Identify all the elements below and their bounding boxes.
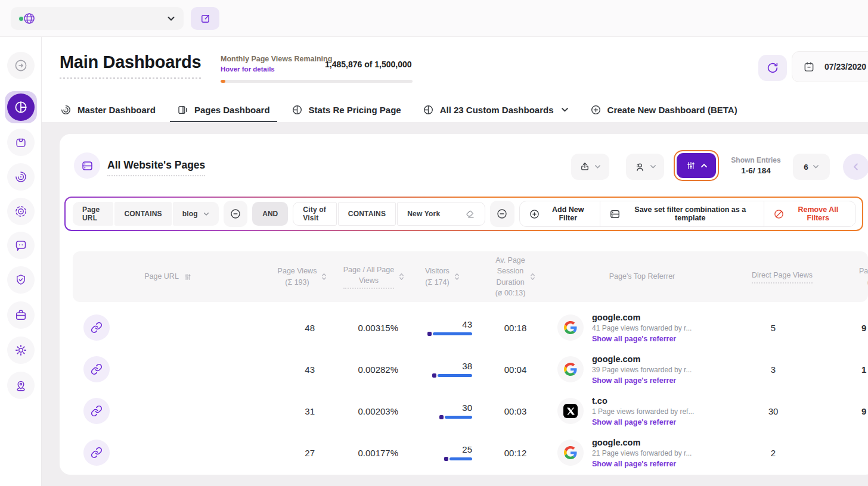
sort-icon[interactable]	[399, 272, 404, 281]
column-cutoff[interactable]: Page'(	[833, 266, 868, 287]
sidebar-item-privacy[interactable]	[7, 266, 35, 294]
show-all-referrers-link[interactable]: Show all page's referrer	[592, 335, 692, 343]
filter-field[interactable]: Page URL	[73, 202, 113, 226]
page-all-views-value: 0.00203%	[341, 406, 407, 416]
sort-icon[interactable]	[530, 272, 535, 281]
pages-widget-card: All Website's Pages Shown Entries 1-6/ 1…	[60, 134, 868, 475]
sidebar-item-feedback[interactable]	[7, 232, 35, 259]
filters-toggle-button[interactable]	[677, 153, 716, 178]
show-all-referrers-link[interactable]: Show all page's referrer	[592, 376, 692, 385]
add-new-filter-button[interactable]: Add New Filter	[520, 201, 600, 226]
eraser-icon[interactable]	[465, 209, 475, 219]
plus-circle-icon	[529, 208, 540, 220]
filter-operator[interactable]: CONTAINS	[114, 202, 171, 226]
minus-circle-icon	[230, 208, 241, 220]
tab-label: Master Dashboard	[78, 105, 156, 115]
open-website-button[interactable]	[191, 7, 219, 30]
filter-value: blog	[182, 210, 198, 218]
column-direct-page-views[interactable]: Direct Page Views	[731, 270, 833, 284]
page-views-value: 48	[264, 323, 341, 333]
tab-stats-pricing[interactable]: Stats Re Pricing Page	[284, 98, 408, 122]
tab-label: Stats Re Pricing Page	[309, 105, 401, 115]
sidebar-item-behavior[interactable]	[7, 163, 35, 191]
sidebar-item-location[interactable]	[7, 372, 35, 399]
visitors-bar	[407, 415, 472, 419]
widget-title: All Website's Pages	[107, 159, 205, 176]
page-size-select[interactable]: 6	[793, 154, 830, 180]
link-icon[interactable]	[83, 398, 110, 424]
filter-conjunction-chip[interactable]: AND	[252, 202, 288, 226]
direct-page-views-value: 5	[731, 323, 833, 333]
chevron-down-icon	[167, 16, 175, 21]
plus-circle-icon	[590, 104, 602, 116]
referrer-text: google.com 21 Page views forwarded by r.…	[592, 438, 692, 468]
remove-all-filters-button[interactable]: Remove All Filters	[764, 201, 855, 226]
column-page-all-views[interactable]: Page / All PageViews	[341, 264, 407, 289]
link-icon[interactable]	[83, 440, 110, 466]
sidebar-item-recordings[interactable]	[7, 198, 35, 225]
sidebar-item-settings[interactable]	[7, 337, 35, 364]
sidebar-item-dashboards[interactable]	[5, 91, 37, 123]
referrer-detail: 39 Page views forwarded by r...	[592, 366, 692, 374]
column-top-referrer[interactable]: Page's Top Referrer	[553, 271, 731, 282]
date-range-picker[interactable]: 07/23/2020	[792, 51, 868, 82]
tab-custom-dashboards[interactable]: All 23 Custom Dashboards	[416, 98, 576, 122]
referrer-detail: 21 Page views forwarded by r...	[592, 449, 692, 457]
show-all-referrers-link[interactable]: Show all page's referrer	[592, 460, 692, 468]
visitors-bar	[407, 332, 472, 336]
column-page-views[interactable]: Page Views(Σ 193)	[264, 266, 341, 287]
google-logo-icon	[557, 314, 584, 341]
table-row[interactable]: 43 0.00282% 38 00:04 google.com 39 Page	[73, 348, 868, 390]
visitors-cell: 25	[407, 444, 478, 461]
columns-icon	[177, 104, 188, 116]
chevron-down-icon	[594, 164, 601, 169]
sidebar-collapse-button[interactable]	[7, 52, 35, 79]
tab-create-new-dashboard[interactable]: Create New Dashboard (BETA)	[583, 98, 745, 122]
chevron-left-icon	[852, 163, 860, 171]
referrer-detail: 41 Page views forwarded by r...	[592, 324, 692, 332]
visitors-bar-fill	[433, 332, 472, 335]
visitors-bar-dot	[432, 373, 436, 378]
pie-chart-icon	[423, 104, 434, 116]
table-row[interactable]: 31 0.00203% 30 00:03 t.co 1 Page views f	[73, 390, 868, 432]
page-size-value: 6	[804, 163, 808, 172]
tab-label: All 23 Custom Dashboards	[440, 105, 554, 115]
sort-icon[interactable]	[454, 272, 460, 281]
sidebar-item-ecommerce[interactable]	[7, 129, 35, 156]
server-icon	[81, 160, 94, 172]
column-page-url[interactable]: Page URL	[73, 271, 264, 282]
export-button[interactable]	[571, 154, 609, 180]
website-selector[interactable]	[11, 7, 184, 30]
table-body: 48 0.00315% 43 00:18 google.com 41 Page	[73, 307, 868, 473]
column-label: Page URL	[144, 271, 179, 282]
person-icon	[634, 161, 646, 173]
link-icon[interactable]	[83, 314, 110, 341]
table-row[interactable]: 27 0.00177% 25 00:12 google.com 21 Page	[73, 432, 868, 473]
remove-filter-button[interactable]	[490, 201, 514, 227]
tab-master-dashboard[interactable]: Master Dashboard	[53, 98, 163, 122]
mini-sliders-icon[interactable]	[184, 273, 192, 281]
visitor-segments-button[interactable]	[626, 154, 664, 180]
widget-collapse-button[interactable]	[843, 154, 868, 180]
remove-filter-button[interactable]	[224, 201, 247, 227]
sidebar-item-company[interactable]	[7, 301, 35, 329]
sort-icon[interactable]	[321, 272, 327, 281]
tab-pages-dashboard[interactable]: Pages Dashboard	[170, 98, 277, 122]
filter-operator[interactable]: CONTAINS	[338, 202, 396, 226]
column-visitors[interactable]: Visitors(Σ 174)	[407, 266, 478, 287]
refresh-button[interactable]	[758, 55, 787, 81]
link-icon[interactable]	[83, 356, 110, 382]
table-row[interactable]: 48 0.00315% 43 00:18 google.com 41 Page	[73, 307, 868, 348]
filter-field[interactable]: City of Visit	[293, 202, 337, 226]
top-referrer-cell: google.com 39 Page views forwarded by r.…	[553, 354, 731, 385]
filter-value-dropdown[interactable]: blog	[173, 202, 219, 226]
column-session-duration[interactable]: Av. PageSessionDuration(ø 00:13)	[478, 255, 553, 298]
visitors-value: 43	[462, 319, 472, 329]
referrer-text: google.com 41 Page views forwarded by r.…	[592, 313, 692, 343]
quota-progress-fill	[221, 80, 225, 83]
page-title: Main Dashboards	[60, 52, 201, 79]
filter-value-input[interactable]: New York	[397, 202, 485, 226]
visitors-value: 30	[462, 403, 472, 413]
save-filter-template-button[interactable]: Save set filter combination as a templat…	[600, 201, 764, 226]
show-all-referrers-link[interactable]: Show all page's referrer	[592, 418, 694, 426]
